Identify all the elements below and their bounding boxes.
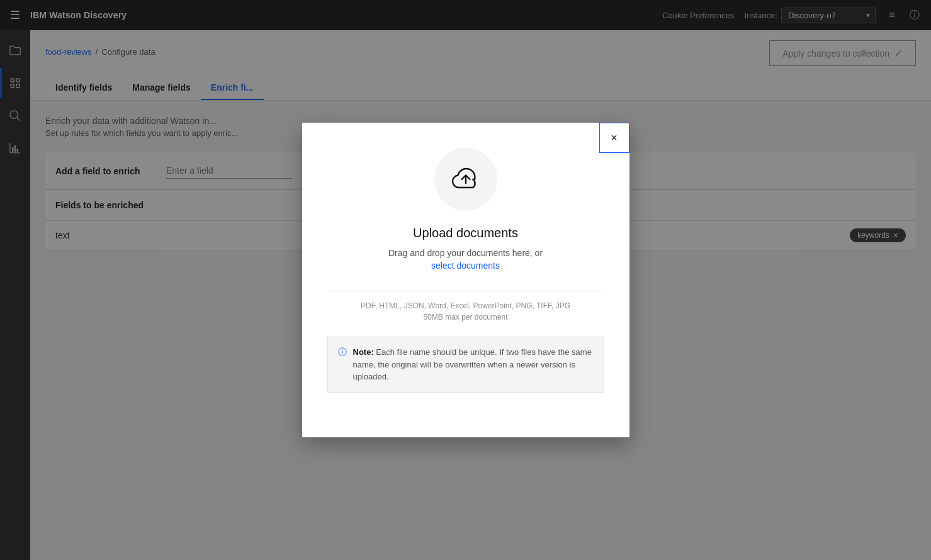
modal-overlay: × Upload documents Drag and drop your do… [0, 0, 931, 560]
modal-note-box: ⓘ Note: Each file name should be unique.… [327, 337, 604, 393]
modal-size-limit: 50MB max per document [423, 313, 507, 322]
note-content: Each file name should be unique. If two … [353, 347, 592, 381]
note-icon: ⓘ [338, 347, 347, 383]
upload-modal: × Upload documents Drag and drop your do… [302, 123, 629, 437]
select-documents-link[interactable]: select documents [431, 260, 500, 271]
modal-close-button[interactable]: × [599, 123, 629, 153]
modal-desc: Drag and drop your documents here, or [388, 248, 543, 258]
note-bold: Note: [353, 347, 374, 357]
modal-body: Upload documents Drag and drop your docu… [302, 123, 629, 437]
modal-formats: PDF, HTML, JSON, Word, Excel, PowerPoint… [361, 301, 570, 310]
modal-title: Upload documents [413, 226, 518, 240]
upload-icon-circle [434, 148, 497, 211]
modal-note-text: Note: Each file name should be unique. I… [353, 346, 594, 383]
modal-divider [327, 291, 604, 291]
upload-cloud-icon [449, 163, 482, 196]
